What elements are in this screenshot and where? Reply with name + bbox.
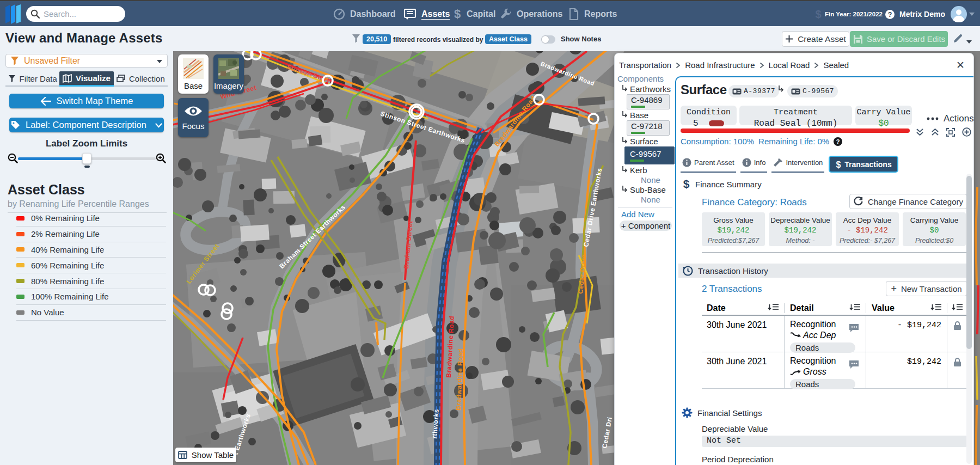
svg-text:?: ? (836, 138, 840, 145)
svg-text:$: $ (454, 8, 461, 21)
svg-text:?: ? (888, 11, 892, 19)
svg-text:$: $ (815, 8, 821, 20)
svg-text:$: $ (683, 178, 690, 190)
svg-text:$: $ (836, 160, 841, 169)
